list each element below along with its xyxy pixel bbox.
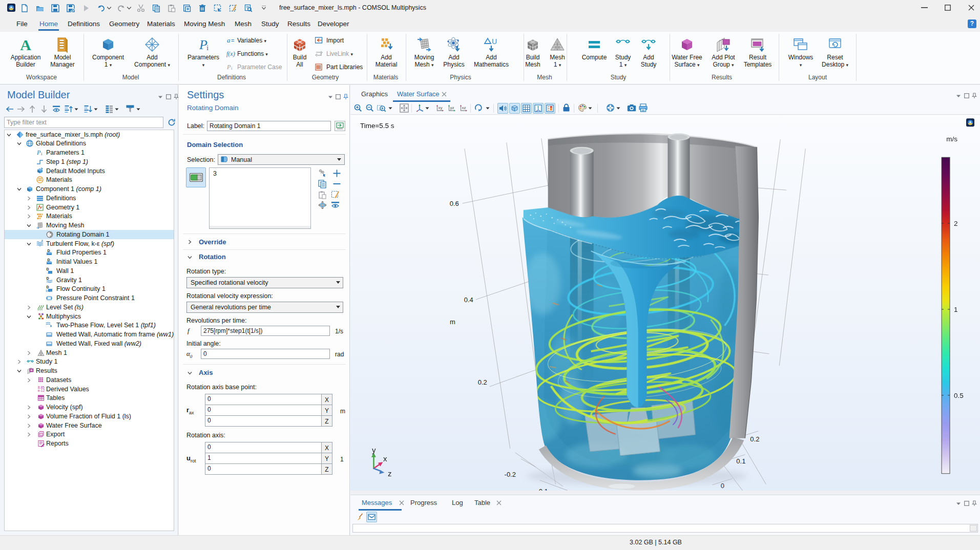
svg-text:x: x <box>383 454 387 463</box>
svg-text:D: D <box>47 277 49 280</box>
svg-text:0.5: 0.5 <box>954 392 964 399</box>
svg-text:0.2: 0.2 <box>478 378 487 386</box>
svg-text:-0.2: -0.2 <box>505 471 516 478</box>
svg-text:=: = <box>231 37 234 44</box>
svg-text:1: 1 <box>954 306 958 313</box>
svg-text:m/s: m/s <box>946 135 957 143</box>
svg-text:e-12: e-12 <box>38 389 45 392</box>
svg-text:0.1: 0.1 <box>736 457 745 465</box>
svg-text:Time=5.5 s: Time=5.5 s <box>360 122 394 130</box>
svg-text:i: i <box>231 66 233 71</box>
svg-text:xy: xy <box>439 105 443 110</box>
svg-text:P: P <box>227 64 231 71</box>
svg-text:y: y <box>372 446 376 454</box>
svg-text:D: D <box>47 285 49 289</box>
svg-text:P: P <box>36 149 41 156</box>
svg-text:f(x): f(x) <box>226 50 235 57</box>
svg-text:DC: DC <box>46 289 51 292</box>
svg-text:a: a <box>227 36 231 44</box>
svg-text:0.4: 0.4 <box>464 296 473 304</box>
svg-text:→: → <box>46 271 50 274</box>
svg-text:0.2: 0.2 <box>750 435 759 443</box>
svg-text:0.6: 0.6 <box>450 200 459 207</box>
svg-text:U: U <box>492 37 497 46</box>
svg-text:0: 0 <box>721 482 724 490</box>
svg-text:A: A <box>20 36 31 53</box>
svg-text:i: i <box>41 151 43 156</box>
svg-text:i: i <box>206 44 208 52</box>
svg-text:2: 2 <box>954 220 958 227</box>
svg-text:D: D <box>47 267 49 271</box>
svg-text:yz: yz <box>450 105 454 110</box>
svg-text:z: z <box>388 469 391 478</box>
svg-text:m: m <box>450 318 455 326</box>
svg-text:xz: xz <box>462 105 466 110</box>
